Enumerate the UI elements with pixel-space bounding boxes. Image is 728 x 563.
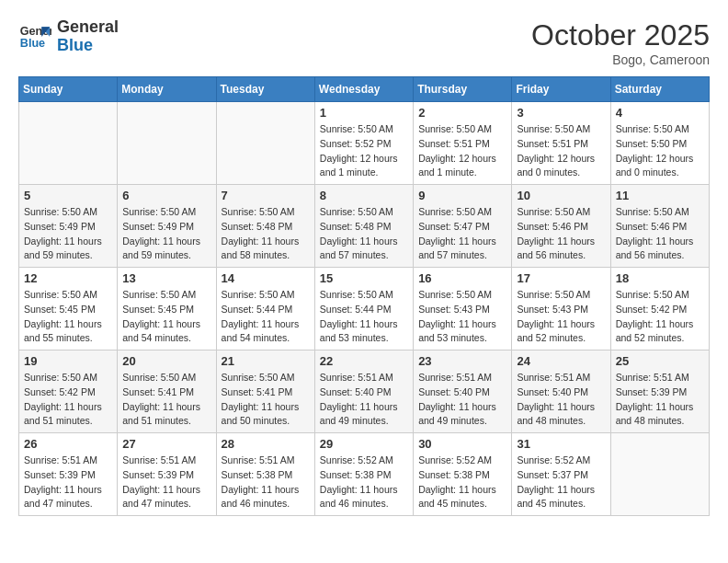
calendar-week-row: 5Sunrise: 5:50 AMSunset: 5:49 PMDaylight…	[19, 185, 710, 268]
day-number: 19	[24, 354, 112, 368]
day-info: Sunrise: 5:50 AMSunset: 5:50 PMDaylight:…	[616, 122, 704, 180]
calendar-table: SundayMondayTuesdayWednesdayThursdayFrid…	[18, 76, 710, 516]
day-number: 28	[222, 437, 310, 451]
day-info: Sunrise: 5:50 AMSunset: 5:44 PMDaylight:…	[320, 288, 408, 346]
day-info: Sunrise: 5:52 AMSunset: 5:38 PMDaylight:…	[418, 454, 506, 511]
calendar-week-row: 19Sunrise: 5:50 AMSunset: 5:42 PMDayligh…	[19, 350, 710, 433]
calendar-week-row: 12Sunrise: 5:50 AMSunset: 5:45 PMDayligh…	[19, 268, 710, 350]
calendar-cell	[216, 102, 314, 185]
day-info: Sunrise: 5:50 AMSunset: 5:46 PMDaylight:…	[616, 205, 704, 263]
day-number: 24	[517, 354, 605, 368]
calendar-cell: 5Sunrise: 5:50 AMSunset: 5:49 PMDaylight…	[19, 185, 118, 268]
day-info: Sunrise: 5:51 AMSunset: 5:40 PMDaylight:…	[320, 371, 408, 429]
calendar-cell	[118, 102, 216, 185]
calendar-cell: 13Sunrise: 5:50 AMSunset: 5:45 PMDayligh…	[118, 268, 216, 350]
calendar-cell: 17Sunrise: 5:50 AMSunset: 5:43 PMDayligh…	[512, 268, 610, 350]
weekday-header: Sunday	[19, 77, 118, 102]
weekday-header: Monday	[118, 77, 216, 102]
day-info: Sunrise: 5:51 AMSunset: 5:38 PMDaylight:…	[222, 454, 310, 511]
day-info: Sunrise: 5:50 AMSunset: 5:41 PMDaylight:…	[122, 371, 210, 429]
day-number: 1	[320, 106, 408, 120]
day-number: 22	[320, 354, 408, 368]
calendar-cell: 18Sunrise: 5:50 AMSunset: 5:42 PMDayligh…	[610, 268, 709, 350]
day-info: Sunrise: 5:50 AMSunset: 5:52 PMDaylight:…	[320, 122, 408, 180]
calendar-cell	[19, 102, 118, 185]
calendar-cell: 4Sunrise: 5:50 AMSunset: 5:50 PMDaylight…	[610, 102, 709, 185]
day-number: 5	[24, 189, 112, 202]
weekday-header: Wednesday	[314, 77, 413, 102]
calendar-cell: 2Sunrise: 5:50 AMSunset: 5:51 PMDaylight…	[414, 102, 512, 185]
calendar-cell: 8Sunrise: 5:50 AMSunset: 5:48 PMDaylight…	[314, 185, 413, 268]
day-info: Sunrise: 5:52 AMSunset: 5:37 PMDaylight:…	[517, 454, 605, 511]
calendar-cell: 23Sunrise: 5:51 AMSunset: 5:40 PMDayligh…	[414, 350, 512, 433]
logo-text-general: General	[57, 18, 119, 37]
logo: General Blue General Blue	[18, 18, 119, 55]
calendar-cell: 28Sunrise: 5:51 AMSunset: 5:38 PMDayligh…	[216, 433, 314, 516]
day-number: 8	[320, 189, 408, 202]
day-number: 26	[24, 437, 112, 451]
day-number: 11	[616, 189, 704, 202]
day-info: Sunrise: 5:51 AMSunset: 5:39 PMDaylight:…	[24, 454, 112, 511]
day-info: Sunrise: 5:50 AMSunset: 5:45 PMDaylight:…	[122, 288, 210, 346]
day-info: Sunrise: 5:50 AMSunset: 5:51 PMDaylight:…	[418, 122, 506, 180]
day-info: Sunrise: 5:50 AMSunset: 5:49 PMDaylight:…	[122, 205, 210, 263]
day-number: 4	[616, 106, 704, 120]
day-info: Sunrise: 5:50 AMSunset: 5:51 PMDaylight:…	[517, 122, 605, 180]
weekday-header: Thursday	[414, 77, 512, 102]
day-info: Sunrise: 5:50 AMSunset: 5:49 PMDaylight:…	[24, 205, 112, 263]
day-number: 21	[222, 354, 310, 368]
day-info: Sunrise: 5:52 AMSunset: 5:38 PMDaylight:…	[320, 454, 408, 511]
weekday-header: Tuesday	[216, 77, 314, 102]
calendar-cell: 11Sunrise: 5:50 AMSunset: 5:46 PMDayligh…	[610, 185, 709, 268]
calendar-cell: 14Sunrise: 5:50 AMSunset: 5:44 PMDayligh…	[216, 268, 314, 350]
day-info: Sunrise: 5:50 AMSunset: 5:41 PMDaylight:…	[222, 371, 310, 429]
day-info: Sunrise: 5:51 AMSunset: 5:40 PMDaylight:…	[418, 371, 506, 429]
location: Bogo, Cameroon	[531, 52, 710, 67]
day-info: Sunrise: 5:50 AMSunset: 5:47 PMDaylight:…	[418, 205, 506, 263]
calendar-cell: 21Sunrise: 5:50 AMSunset: 5:41 PMDayligh…	[216, 350, 314, 433]
calendar-cell: 25Sunrise: 5:51 AMSunset: 5:39 PMDayligh…	[610, 350, 709, 433]
day-info: Sunrise: 5:50 AMSunset: 5:48 PMDaylight:…	[222, 205, 310, 263]
calendar-cell: 30Sunrise: 5:52 AMSunset: 5:38 PMDayligh…	[414, 433, 512, 516]
day-number: 29	[320, 437, 408, 451]
calendar-cell: 27Sunrise: 5:51 AMSunset: 5:39 PMDayligh…	[118, 433, 216, 516]
calendar-cell: 16Sunrise: 5:50 AMSunset: 5:43 PMDayligh…	[414, 268, 512, 350]
calendar-cell: 12Sunrise: 5:50 AMSunset: 5:45 PMDayligh…	[19, 268, 118, 350]
day-info: Sunrise: 5:50 AMSunset: 5:48 PMDaylight:…	[320, 205, 408, 263]
calendar-cell: 19Sunrise: 5:50 AMSunset: 5:42 PMDayligh…	[19, 350, 118, 433]
day-number: 30	[418, 437, 506, 451]
calendar-cell: 22Sunrise: 5:51 AMSunset: 5:40 PMDayligh…	[314, 350, 413, 433]
day-info: Sunrise: 5:50 AMSunset: 5:42 PMDaylight:…	[616, 288, 704, 346]
calendar-cell: 7Sunrise: 5:50 AMSunset: 5:48 PMDaylight…	[216, 185, 314, 268]
calendar-cell	[610, 433, 709, 516]
calendar-cell: 9Sunrise: 5:50 AMSunset: 5:47 PMDaylight…	[414, 185, 512, 268]
day-number: 23	[418, 354, 506, 368]
logo-icon: General Blue	[18, 20, 51, 53]
weekday-header: Friday	[512, 77, 610, 102]
day-info: Sunrise: 5:51 AMSunset: 5:40 PMDaylight:…	[517, 371, 605, 429]
calendar-cell: 10Sunrise: 5:50 AMSunset: 5:46 PMDayligh…	[512, 185, 610, 268]
day-number: 6	[122, 189, 210, 202]
svg-text:Blue: Blue	[20, 37, 45, 50]
day-info: Sunrise: 5:50 AMSunset: 5:44 PMDaylight:…	[222, 288, 310, 346]
calendar-cell: 15Sunrise: 5:50 AMSunset: 5:44 PMDayligh…	[314, 268, 413, 350]
day-number: 7	[222, 189, 310, 202]
day-info: Sunrise: 5:51 AMSunset: 5:39 PMDaylight:…	[616, 371, 704, 429]
month-title: October 2025	[531, 18, 710, 52]
day-number: 27	[122, 437, 210, 451]
calendar-cell: 1Sunrise: 5:50 AMSunset: 5:52 PMDaylight…	[314, 102, 413, 185]
day-info: Sunrise: 5:50 AMSunset: 5:46 PMDaylight:…	[517, 205, 605, 263]
calendar-cell: 3Sunrise: 5:50 AMSunset: 5:51 PMDaylight…	[512, 102, 610, 185]
day-info: Sunrise: 5:50 AMSunset: 5:45 PMDaylight:…	[24, 288, 112, 346]
weekday-header: Saturday	[610, 77, 709, 102]
day-info: Sunrise: 5:50 AMSunset: 5:43 PMDaylight:…	[517, 288, 605, 346]
weekday-header-row: SundayMondayTuesdayWednesdayThursdayFrid…	[19, 77, 710, 102]
day-number: 20	[122, 354, 210, 368]
day-number: 9	[418, 189, 506, 202]
calendar-cell: 20Sunrise: 5:50 AMSunset: 5:41 PMDayligh…	[118, 350, 216, 433]
calendar-cell: 24Sunrise: 5:51 AMSunset: 5:40 PMDayligh…	[512, 350, 610, 433]
day-number: 3	[517, 106, 605, 120]
page-header: General Blue General Blue October 2025 B…	[18, 18, 710, 67]
calendar-week-row: 26Sunrise: 5:51 AMSunset: 5:39 PMDayligh…	[19, 433, 710, 516]
calendar-week-row: 1Sunrise: 5:50 AMSunset: 5:52 PMDaylight…	[19, 102, 710, 185]
